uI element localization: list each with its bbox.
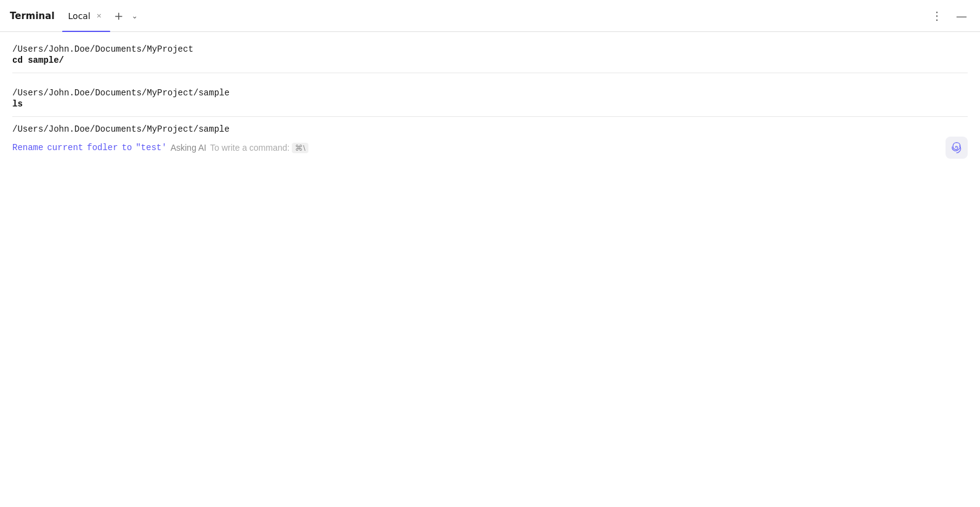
ai-input-content: Rename current fodler to "test' Asking A… xyxy=(12,143,938,153)
shortcut-badge: ⌘\ xyxy=(292,143,308,153)
prompt-1: /Users/John.Doe/Documents/MyProject xyxy=(12,42,968,54)
terminal-block-1: /Users/John.Doe/Documents/MyProject cd s… xyxy=(12,42,968,65)
terminal-window: Terminal Local × + ⌄ ⋮ — /Users/John.Doe… xyxy=(0,0,980,507)
prompt-2: /Users/John.Doe/Documents/MyProject/samp… xyxy=(12,81,968,98)
prompt-3: /Users/John.Doe/Documents/MyProject/samp… xyxy=(12,124,968,134)
input-word-rename: Rename xyxy=(12,143,43,153)
command-2: ls xyxy=(12,99,968,109)
add-tab-button[interactable]: + xyxy=(110,7,127,25)
command-1: cd sample/ xyxy=(12,55,968,65)
more-options-button[interactable]: ⋮ xyxy=(928,7,946,25)
input-word-test: "test' xyxy=(135,143,166,153)
title-bar: Terminal Local × + ⌄ ⋮ — xyxy=(0,0,980,32)
app-title: Terminal xyxy=(10,10,55,22)
title-bar-left: Terminal Local × + ⌄ xyxy=(10,0,142,32)
write-command-hint: To write a command: xyxy=(210,143,289,153)
minimize-button[interactable]: — xyxy=(953,7,970,25)
terminal-block-3: /Users/John.Doe/Documents/MyProject/samp… xyxy=(12,116,968,159)
tab-close-button[interactable]: × xyxy=(94,11,104,21)
input-word-current: current xyxy=(47,143,83,153)
title-bar-right: ⋮ — xyxy=(928,7,970,25)
terminal-content[interactable]: /Users/John.Doe/Documents/MyProject cd s… xyxy=(0,32,980,507)
input-word-to: to xyxy=(122,143,132,153)
tab-label: Local xyxy=(68,11,90,21)
tab-local[interactable]: Local × xyxy=(62,0,110,32)
spiral-icon xyxy=(950,142,963,154)
input-word-fodler: fodler xyxy=(87,143,118,153)
asking-ai-label: Asking AI xyxy=(171,143,206,153)
input-row: Rename current fodler to "test' Asking A… xyxy=(12,137,968,159)
terminal-block-2: /Users/John.Doe/Documents/MyProject/samp… xyxy=(12,73,968,109)
ai-spiral-button[interactable] xyxy=(946,137,968,159)
tab-dropdown-button[interactable]: ⌄ xyxy=(127,9,142,23)
